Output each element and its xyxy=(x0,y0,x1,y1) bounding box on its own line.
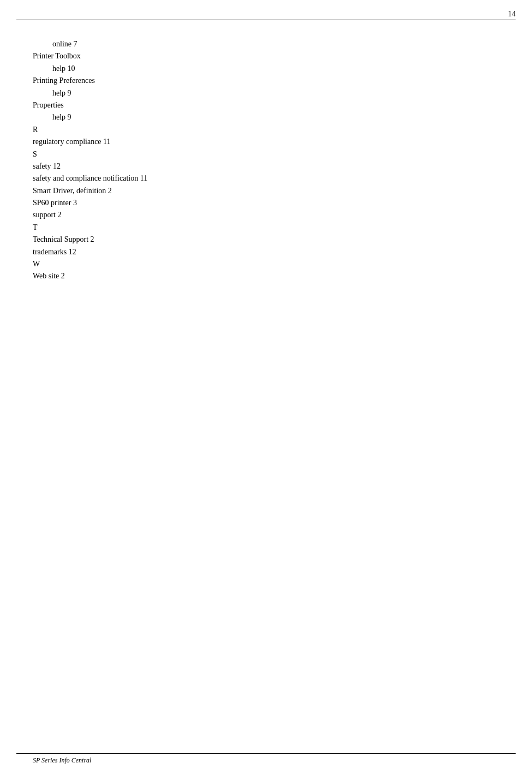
index-entry-smart-driver: Smart Driver, definition 2 xyxy=(33,185,499,197)
index-content: online 7Printer Toolboxhelp 10Printing P… xyxy=(33,27,499,283)
index-entry-printer-toolbox: Printer Toolbox xyxy=(33,50,499,62)
index-entry-regulatory-compliance: regulatory compliance 11 xyxy=(33,136,499,148)
top-rule xyxy=(16,20,516,20)
index-entry-sp60-printer: SP60 printer 3 xyxy=(33,197,499,209)
index-entry-support: support 2 xyxy=(33,209,499,221)
index-entry-section-r: R xyxy=(33,124,499,136)
index-entry-trademarks: trademarks 12 xyxy=(33,246,499,258)
index-entry-web-site: Web site 2 xyxy=(33,270,499,282)
index-entry-printing-preferences: Printing Preferences xyxy=(33,75,499,87)
index-entry-online-7: online 7 xyxy=(33,38,499,50)
bottom-rule xyxy=(16,753,516,754)
index-entry-section-w: W xyxy=(33,258,499,270)
index-entry-technical-support: Technical Support 2 xyxy=(33,234,499,246)
page-container: 14 online 7Printer Toolboxhelp 10Printin… xyxy=(0,0,532,781)
index-entry-safety: safety 12 xyxy=(33,160,499,172)
index-entry-printer-toolbox-help: help 10 xyxy=(33,63,499,75)
index-entry-safety-compliance: safety and compliance notification 11 xyxy=(33,172,499,184)
page-number: 14 xyxy=(508,10,516,19)
index-entry-properties: Properties xyxy=(33,99,499,111)
index-entry-section-t: T xyxy=(33,222,499,234)
footer-text: SP Series Info Central xyxy=(33,756,91,765)
index-entry-section-s: S xyxy=(33,148,499,160)
index-entry-printing-preferences-help: help 9 xyxy=(33,87,499,99)
index-entry-properties-help: help 9 xyxy=(33,111,499,123)
